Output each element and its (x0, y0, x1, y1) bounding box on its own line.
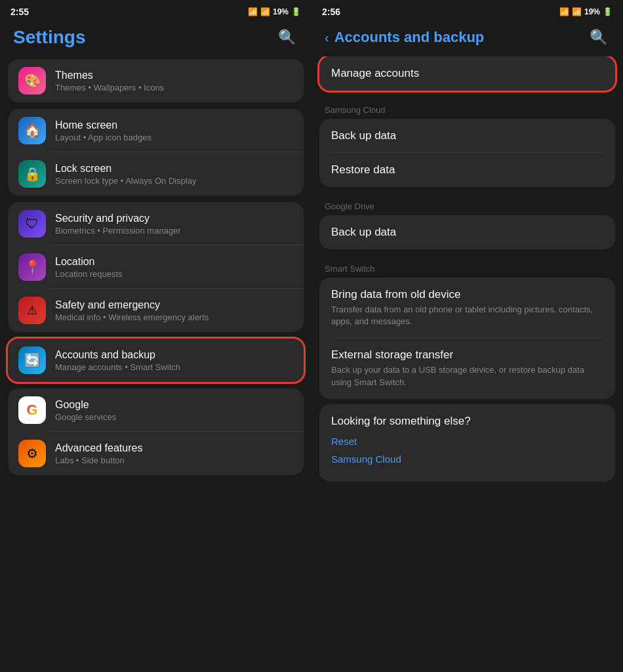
settings-item-lock-screen[interactable]: 🔒 Lock screen Screen lock type • Always … (8, 152, 304, 196)
settings-item-google[interactable]: G Google Google services (8, 388, 304, 432)
location-title: Location (55, 256, 293, 268)
right-status-icons: 📶 📶 19% 🔋 (559, 7, 613, 16)
google-drive-label: Google Drive (319, 192, 615, 215)
right-status-bar: 2:56 📶 📶 19% 🔋 (312, 0, 623, 21)
advanced-subtitle: Labs • Side button (55, 455, 293, 465)
settings-item-security[interactable]: 🛡 Security and privacy Biometrics • Perm… (8, 202, 304, 245)
settings-group-google-advanced: G Google Google services ⚙ Advanced feat… (8, 388, 304, 475)
bring-data-subtitle: Transfer data from an old phone or table… (331, 304, 603, 327)
external-storage-subtitle: Back up your data to a USB storage devic… (331, 364, 603, 388)
location-subtitle: Location requests (55, 269, 293, 279)
signal-icon: 📶 (260, 7, 270, 16)
manage-accounts-item[interactable]: Manage accounts (319, 56, 615, 91)
advanced-text: Advanced features Labs • Side button (55, 442, 293, 465)
home-screen-title: Home screen (55, 119, 293, 131)
smart-switch-label: Smart Switch (319, 255, 615, 278)
google-drive-backup-title: Back up data (331, 226, 603, 239)
right-battery-text: 19% (584, 7, 600, 16)
safety-title: Safety and emergency (55, 299, 293, 311)
themes-icon: 🎨 (18, 67, 46, 94)
left-content: 🎨 Themes Themes • Wallpapers • Icons 🏠 H… (0, 56, 312, 672)
reset-link[interactable]: Reset (331, 436, 603, 447)
samsung-cloud-backup-title: Back up data (331, 129, 603, 142)
smart-switch-section: Bring data from old device Transfer data… (319, 278, 615, 399)
location-text: Location Location requests (55, 256, 293, 279)
home-screen-subtitle: Layout • App icon badges (55, 133, 293, 142)
lock-screen-text: Lock screen Screen lock type • Always On… (55, 163, 293, 186)
smart-switch-bring-data[interactable]: Bring data from old device Transfer data… (319, 278, 615, 338)
settings-item-home-screen[interactable]: 🏠 Home screen Layout • App icon badges (8, 109, 304, 152)
back-button[interactable]: ‹ (325, 30, 329, 45)
accounts-backup-icon: 🔄 (18, 346, 46, 374)
smart-switch-external[interactable]: External storage transfer Back up your d… (319, 338, 615, 398)
settings-item-safety[interactable]: ⚠ Safety and emergency Medical info • Wi… (8, 289, 304, 332)
samsung-cloud-section: Back up data Restore data (319, 119, 615, 187)
left-status-bar: 2:55 📶 📶 19% 🔋 (0, 0, 312, 21)
left-search-button[interactable]: 🔍 (275, 26, 298, 49)
right-content: Manage accounts Samsung Cloud Back up da… (312, 56, 623, 672)
samsung-cloud-backup[interactable]: Back up data (319, 119, 615, 153)
samsung-cloud-restore[interactable]: Restore data (319, 153, 615, 187)
left-page-title: Settings (13, 27, 85, 48)
external-storage-title: External storage transfer (331, 348, 603, 362)
looking-for-section: Looking for something else? Reset Samsun… (319, 404, 615, 482)
right-header: ‹ Accounts and backup 🔍 (312, 21, 623, 56)
battery-icon: 🔋 (291, 7, 301, 16)
home-screen-text: Home screen Layout • App icon badges (55, 119, 293, 142)
samsung-cloud-restore-title: Restore data (331, 163, 603, 177)
safety-icon: ⚠ (18, 297, 46, 324)
google-drive-backup[interactable]: Back up data (319, 215, 615, 249)
samsung-cloud-label: Samsung Cloud (319, 96, 615, 119)
themes-text: Themes Themes • Wallpapers • Icons (55, 70, 293, 93)
settings-item-location[interactable]: 📍 Location Location requests (8, 245, 304, 289)
right-phone-panel: 2:56 📶 📶 19% 🔋 ‹ Accounts and backup 🔍 M… (312, 0, 623, 672)
location-icon: 📍 (18, 253, 46, 281)
left-header: Settings 🔍 (0, 21, 312, 56)
safety-subtitle: Medical info • Wireless emergency alerts (55, 312, 293, 322)
home-screen-icon: 🏠 (18, 117, 46, 144)
google-title: Google (55, 399, 293, 411)
themes-title: Themes (55, 70, 293, 81)
settings-item-themes[interactable]: 🎨 Themes Themes • Wallpapers • Icons (8, 59, 304, 102)
settings-group-display: 🎨 Themes Themes • Wallpapers • Icons (8, 59, 304, 102)
google-subtitle: Google services (55, 412, 293, 422)
right-header-title-group: ‹ Accounts and backup (325, 29, 484, 46)
security-text: Security and privacy Biometrics • Permis… (55, 213, 293, 236)
manage-accounts-section: Manage accounts (319, 56, 615, 91)
security-icon: 🛡 (18, 210, 46, 238)
samsung-cloud-link[interactable]: Samsung Cloud (331, 453, 603, 465)
google-text: Google Google services (55, 399, 293, 422)
battery-text: 19% (273, 7, 289, 16)
lock-screen-icon: 🔒 (18, 160, 46, 188)
right-time: 2:56 (322, 7, 340, 17)
settings-item-accounts-backup[interactable]: 🔄 Accounts and backup Manage accounts • … (8, 339, 304, 382)
security-title: Security and privacy (55, 213, 293, 224)
lock-screen-subtitle: Screen lock type • Always On Display (55, 176, 293, 186)
right-search-button[interactable]: 🔍 (587, 26, 610, 49)
right-battery-icon: 🔋 (603, 7, 613, 16)
settings-group-home-lock: 🏠 Home screen Layout • App icon badges 🔒… (8, 109, 304, 196)
bring-data-title: Bring data from old device (331, 288, 603, 301)
settings-group-accounts: 🔄 Accounts and backup Manage accounts • … (8, 339, 304, 382)
settings-group-security: 🛡 Security and privacy Biometrics • Perm… (8, 202, 304, 332)
google-drive-section: Back up data (319, 215, 615, 249)
security-subtitle: Biometrics • Permission manager (55, 226, 293, 236)
settings-item-advanced[interactable]: ⚙ Advanced features Labs • Side button (8, 432, 304, 475)
advanced-icon: ⚙ (18, 440, 46, 467)
right-page-title: Accounts and backup (334, 29, 485, 46)
safety-text: Safety and emergency Medical info • Wire… (55, 299, 293, 322)
left-phone-panel: 2:55 📶 📶 19% 🔋 Settings 🔍 🎨 Themes Theme… (0, 0, 312, 672)
advanced-title: Advanced features (55, 442, 293, 454)
lock-screen-title: Lock screen (55, 163, 293, 175)
accounts-backup-text: Accounts and backup Manage accounts • Sm… (55, 349, 293, 372)
right-wifi-icon: 📶 (559, 7, 569, 16)
wifi-icon: 📶 (248, 7, 258, 16)
google-icon: G (18, 396, 46, 424)
accounts-backup-subtitle: Manage accounts • Smart Switch (55, 362, 293, 372)
right-signal-icon: 📶 (572, 7, 582, 16)
manage-accounts-title: Manage accounts (331, 67, 603, 80)
themes-subtitle: Themes • Wallpapers • Icons (55, 83, 293, 93)
looking-for-title: Looking for something else? (331, 415, 603, 428)
left-status-icons: 📶 📶 19% 🔋 (248, 7, 301, 16)
left-time: 2:55 (10, 7, 29, 17)
